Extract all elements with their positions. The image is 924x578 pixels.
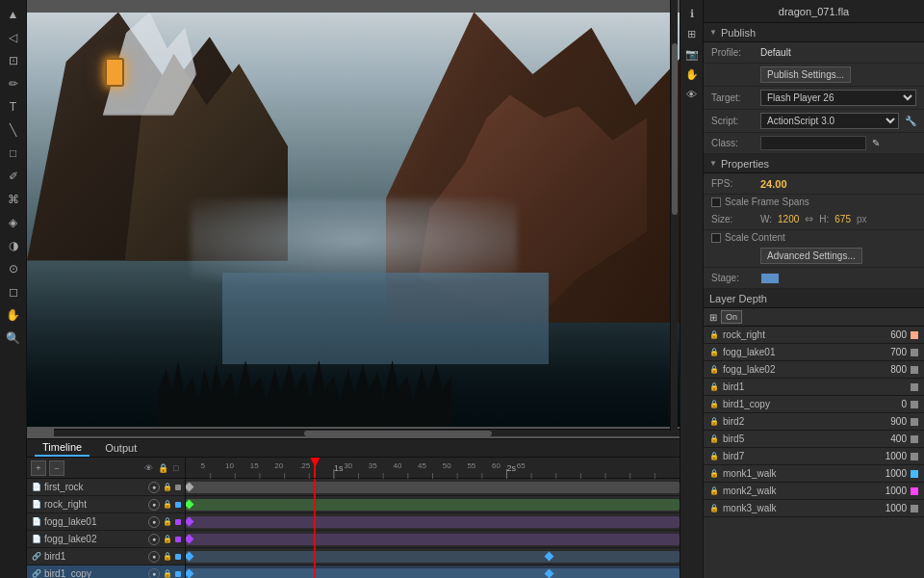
- canvas-area[interactable]: [27, 0, 680, 438]
- publish-section-label: Publish: [721, 27, 756, 39]
- layer-vis-fogg-lake02[interactable]: ●: [148, 534, 160, 545]
- svg-text:2s: 2s: [506, 463, 516, 473]
- h-scrollbar[interactable]: [54, 429, 680, 436]
- layer-vis-rock-right[interactable]: ●: [148, 499, 160, 511]
- tool-transform[interactable]: ⊡: [3, 50, 24, 71]
- tool-text[interactable]: T: [3, 96, 24, 118]
- svg-text:10: 10: [225, 461, 234, 470]
- layer-row-bird1[interactable]: 🔗 bird1 ● 🔒: [27, 548, 185, 565]
- depth-row-fogg-lake02[interactable]: 🔒 fogg_lake02 800: [704, 361, 924, 379]
- side-icon-grid[interactable]: ⊞: [682, 24, 702, 43]
- tool-pencil[interactable]: ✐: [3, 166, 24, 187]
- depth-row-bird5[interactable]: 🔒 bird5 400: [704, 431, 924, 448]
- publish-section-header[interactable]: ▼ Publish: [704, 23, 924, 42]
- tool-zoom[interactable]: 🔍: [3, 328, 24, 349]
- timeline-layers: + − 👁 🔒 □ 📄 first_rock ● 🔒: [27, 458, 186, 578]
- depth-on-btn[interactable]: On: [721, 310, 742, 324]
- tool-subselect[interactable]: ◁: [3, 27, 24, 48]
- class-edit-icon[interactable]: ✎: [872, 138, 880, 148]
- depth-row-monk2-walk[interactable]: 🔒 monk2_walk 1000: [704, 483, 924, 500]
- depth-lock-monk2-walk: 🔒: [709, 486, 719, 495]
- layer-row-rock-right[interactable]: 📄 rock_right ● 🔒: [27, 496, 185, 513]
- layer-lock-first-rock[interactable]: 🔒: [162, 482, 173, 493]
- h-scrollbar-thumb[interactable]: [304, 431, 492, 436]
- advanced-settings-btn[interactable]: Advanced Settings...: [760, 248, 862, 264]
- depth-bar-bird2: [911, 418, 918, 426]
- size-link-icon[interactable]: ⇔: [805, 213, 813, 225]
- layer-icon-bird1: 🔗: [31, 551, 42, 563]
- tool-bucket[interactable]: ◈: [3, 212, 24, 233]
- publish-settings-btn[interactable]: Publish Settings...: [760, 66, 851, 83]
- layer-row-fogg-lake01[interactable]: 📄 fogg_lake01 ● 🔒: [27, 513, 185, 531]
- layer-lock-bird1[interactable]: 🔒: [162, 551, 173, 563]
- tool-hand[interactable]: ✋: [3, 304, 24, 326]
- layer-row-fogg-lake02[interactable]: 📄 fogg_lake02 ● 🔒: [27, 531, 185, 548]
- side-icon-hand[interactable]: ✋: [682, 65, 702, 84]
- side-icon-info[interactable]: ℹ: [682, 4, 702, 23]
- properties-section-header[interactable]: ▼ Properties: [704, 154, 924, 173]
- layer-lock-rock-right[interactable]: 🔒: [162, 499, 173, 511]
- stage-canvas[interactable]: [27, 13, 680, 427]
- bar-rock-right: [186, 499, 680, 511]
- stage-color-swatch[interactable]: [760, 273, 780, 284]
- tool-rect[interactable]: □: [3, 143, 24, 164]
- publish-arrow-icon: ▼: [709, 28, 717, 37]
- playhead-line: [314, 458, 316, 478]
- depth-row-rock-right[interactable]: 🔒 rock_right 600: [704, 327, 924, 344]
- tool-paint[interactable]: ⌘: [3, 189, 24, 210]
- tab-output[interactable]: Output: [97, 440, 144, 456]
- delete-layer-btn[interactable]: −: [49, 460, 64, 476]
- tab-timeline[interactable]: Timeline: [35, 439, 90, 457]
- tool-gradient[interactable]: ◑: [3, 235, 24, 256]
- depth-row-bird1[interactable]: 🔒 bird1: [704, 379, 924, 396]
- layer-lock-fogg-lake01[interactable]: 🔒: [162, 516, 173, 528]
- depth-value-monk3-walk: 1000: [873, 503, 907, 513]
- v-scrollbar-thumb[interactable]: [672, 43, 678, 216]
- scale-frame-checkbox[interactable]: [711, 197, 721, 207]
- tool-eraser[interactable]: ◻: [3, 281, 24, 302]
- tool-select[interactable]: ▲: [3, 4, 24, 25]
- water-reflection: [222, 273, 549, 364]
- layer-depth-header[interactable]: Layer Depth: [704, 289, 924, 308]
- properties-arrow-icon: ▼: [709, 159, 717, 168]
- layer-vis-bird1-copy[interactable]: ●: [148, 568, 160, 579]
- depth-row-bird7[interactable]: 🔒 bird7 1000: [704, 448, 924, 465]
- depth-name-bird7: bird7: [723, 451, 869, 461]
- track-first-rock: [186, 479, 680, 496]
- layer-row-bird1-copy[interactable]: 🔗 bird1_copy ● 🔒: [27, 565, 185, 578]
- depth-lock-bird2: 🔒: [709, 417, 719, 426]
- depth-name-fogg-lake02: fogg_lake02: [723, 364, 869, 375]
- layer-color-rock-right: [175, 502, 181, 508]
- class-input[interactable]: [760, 136, 866, 150]
- layer-lock-bird1-copy[interactable]: 🔒: [162, 568, 173, 579]
- depth-row-bird1-copy[interactable]: 🔒 bird1_copy 0: [704, 396, 924, 413]
- layer-vis-fogg-lake01[interactable]: ●: [148, 516, 160, 528]
- layer-row-first-rock[interactable]: 📄 first_rock ● 🔒: [27, 479, 185, 496]
- script-dropdown[interactable]: ActionScript 3.0: [760, 113, 899, 129]
- depth-row-fogg-lake01[interactable]: 🔒 fogg_lake01 700: [704, 344, 924, 361]
- side-icon-cam[interactable]: 📷: [682, 44, 702, 64]
- target-label: Target:: [711, 92, 755, 103]
- svg-text:5: 5: [200, 461, 205, 470]
- bar-first-rock: [186, 482, 680, 493]
- target-dropdown[interactable]: Flash Player 26: [760, 90, 916, 106]
- layer-color-first-rock: [175, 485, 181, 490]
- depth-row-monk1-walk[interactable]: 🔒 monk1_walk 1000: [704, 465, 924, 483]
- layer-lock-fogg-lake02[interactable]: 🔒: [162, 534, 173, 545]
- layer-vis-bird1[interactable]: ●: [148, 551, 160, 563]
- add-layer-btn[interactable]: +: [31, 460, 46, 476]
- v-scrollbar[interactable]: [670, 0, 678, 431]
- timeline-track[interactable]: 1s 2s: [186, 458, 680, 578]
- depth-row-monk3-walk[interactable]: 🔒 monk3_walk 1000: [704, 500, 924, 517]
- depth-row-monk4-walk[interactable]: 🔒 monk4_walk 1000: [704, 517, 924, 519]
- tool-eyedrop[interactable]: ⊙: [3, 258, 24, 279]
- tool-line[interactable]: ╲: [3, 119, 24, 141]
- layer-vis-first-rock[interactable]: ●: [148, 482, 160, 493]
- side-icon-eye[interactable]: 👁: [682, 85, 702, 104]
- svg-text:30: 30: [344, 461, 352, 470]
- depth-row-bird2[interactable]: 🔒 bird2 900: [704, 413, 924, 431]
- wrench-icon[interactable]: 🔧: [905, 116, 916, 126]
- tool-pen[interactable]: ✏: [3, 73, 24, 94]
- scale-content-checkbox[interactable]: [711, 233, 721, 243]
- depth-lock-monk3-walk: 🔒: [709, 504, 719, 512]
